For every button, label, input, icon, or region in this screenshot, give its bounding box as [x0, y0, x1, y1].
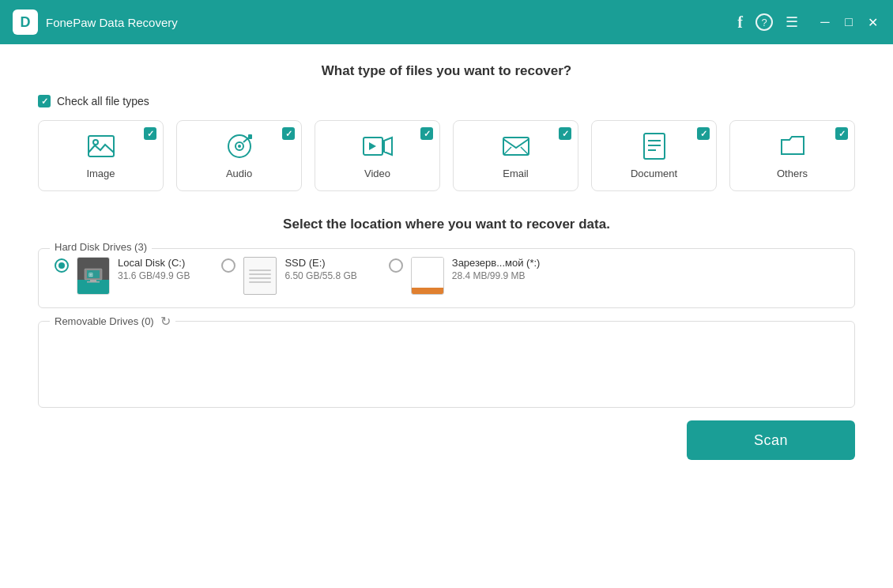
file-type-card-email[interactable]: Email — [453, 120, 578, 191]
maximize-button[interactable]: □ — [841, 15, 857, 30]
file-type-card-image[interactable]: Image — [38, 120, 164, 191]
drive-item-c[interactable]: ⊞ Local Disk (C:) 31.6 GB/49.9 GB — [55, 257, 190, 295]
svg-point-4 — [238, 145, 241, 148]
drive-radio-c[interactable] — [55, 258, 69, 273]
image-checkbox[interactable] — [144, 127, 156, 140]
drive-thumb-e — [243, 257, 277, 295]
drives-row: ⊞ Local Disk (C:) 31.6 GB/49.9 GB — [55, 257, 838, 295]
location-heading: Select the location where you want to re… — [38, 217, 855, 232]
audio-label: Audio — [226, 168, 252, 179]
svg-rect-20 — [87, 281, 100, 283]
facebook-icon[interactable]: f — [737, 13, 743, 32]
file-type-card-document[interactable]: Document — [591, 120, 717, 191]
main-content: What type of files you want to recover? … — [0, 44, 893, 588]
file-type-card-others[interactable]: Others — [729, 120, 855, 191]
close-button[interactable]: ✕ — [865, 15, 880, 30]
file-type-card-audio[interactable]: Audio — [176, 120, 302, 191]
location-section: Select the location where you want to re… — [38, 217, 855, 408]
app-logo: D — [13, 9, 38, 35]
minimize-button[interactable]: ─ — [817, 15, 833, 30]
drive-name-c: Local Disk (C:) — [118, 257, 190, 269]
window-controls: ─ □ ✕ — [817, 15, 880, 30]
drive-info-reserved: Зарезерв...мой (*:) 28.4 MB/99.9 MB — [452, 257, 541, 281]
removable-section: Removable Drives (0) ↻ — [38, 321, 855, 408]
others-label: Others — [777, 168, 808, 179]
help-icon[interactable]: ? — [755, 13, 773, 31]
file-types-heading: What type of files you want to recover? — [38, 63, 855, 79]
others-icon — [778, 132, 807, 164]
svg-line-11 — [503, 147, 511, 155]
drive-radio-e[interactable] — [221, 258, 235, 273]
video-checkbox[interactable] — [420, 127, 433, 140]
svg-line-12 — [521, 147, 529, 155]
titlebar-left: D FonePaw Data Recovery — [13, 9, 178, 35]
drive-name-e: SSD (E:) — [284, 257, 356, 269]
file-types-section: What type of files you want to recover? … — [38, 63, 855, 191]
email-label: Email — [503, 168, 529, 179]
scan-button-container: Scan — [38, 420, 855, 460]
drive-thumb-c: ⊞ — [77, 257, 110, 295]
email-icon — [502, 132, 530, 164]
email-checkbox[interactable] — [559, 127, 571, 140]
drive-name-reserved: Зарезерв...мой (*:) — [452, 257, 541, 269]
scan-button[interactable]: Scan — [687, 420, 855, 460]
video-icon — [362, 132, 394, 164]
file-type-grid: Image Audio — [38, 120, 855, 191]
svg-marker-9 — [369, 142, 376, 150]
drive-size-c: 31.6 GB/49.9 GB — [118, 270, 190, 281]
file-type-card-video[interactable]: Video — [315, 120, 440, 191]
svg-point-1 — [93, 140, 98, 145]
menu-icon[interactable]: ☰ — [786, 13, 798, 31]
drive-size-e: 6.50 GB/55.8 GB — [284, 270, 356, 281]
refresh-icon[interactable]: ↻ — [160, 314, 171, 329]
drive-item-e[interactable]: SSD (E:) 6.50 GB/55.8 GB — [221, 257, 356, 295]
svg-rect-19 — [90, 280, 96, 281]
drive-thumb-reserved — [411, 257, 444, 295]
hard-disk-section: Hard Disk Drives (3) ⊞ — [38, 248, 855, 308]
removable-section-label: Removable Drives (0) ↻ — [50, 314, 175, 329]
image-icon — [87, 132, 115, 164]
video-label: Video — [364, 168, 390, 179]
check-all-row: Check all file types — [38, 95, 855, 107]
document-label: Document — [631, 168, 677, 179]
document-checkbox[interactable] — [697, 127, 710, 140]
svg-rect-6 — [248, 134, 252, 139]
app-title: FonePaw Data Recovery — [46, 16, 178, 29]
hard-disk-label: Hard Disk Drives (3) — [50, 241, 152, 253]
others-checkbox[interactable] — [835, 127, 848, 140]
drive-size-reserved: 28.4 MB/99.9 MB — [452, 270, 541, 281]
titlebar: D FonePaw Data Recovery f ? ☰ ─ □ ✕ — [0, 0, 893, 44]
drive-info-e: SSD (E:) 6.50 GB/55.8 GB — [284, 257, 356, 281]
svg-rect-0 — [89, 136, 114, 156]
svg-rect-10 — [503, 138, 529, 155]
svg-text:⊞: ⊞ — [89, 272, 93, 277]
audio-icon — [225, 132, 254, 164]
drive-radio-reserved[interactable] — [389, 258, 403, 273]
check-all-checkbox[interactable] — [38, 95, 51, 107]
audio-checkbox[interactable] — [282, 127, 295, 140]
image-label: Image — [86, 168, 115, 179]
check-all-label: Check all file types — [57, 95, 149, 107]
drive-info-c: Local Disk (C:) 31.6 GB/49.9 GB — [118, 257, 190, 281]
svg-marker-8 — [384, 138, 392, 155]
document-icon — [640, 132, 669, 164]
drive-item-reserved[interactable]: Зарезерв...мой (*:) 28.4 MB/99.9 MB — [389, 257, 541, 295]
titlebar-right: f ? ☰ ─ □ ✕ — [737, 13, 880, 32]
